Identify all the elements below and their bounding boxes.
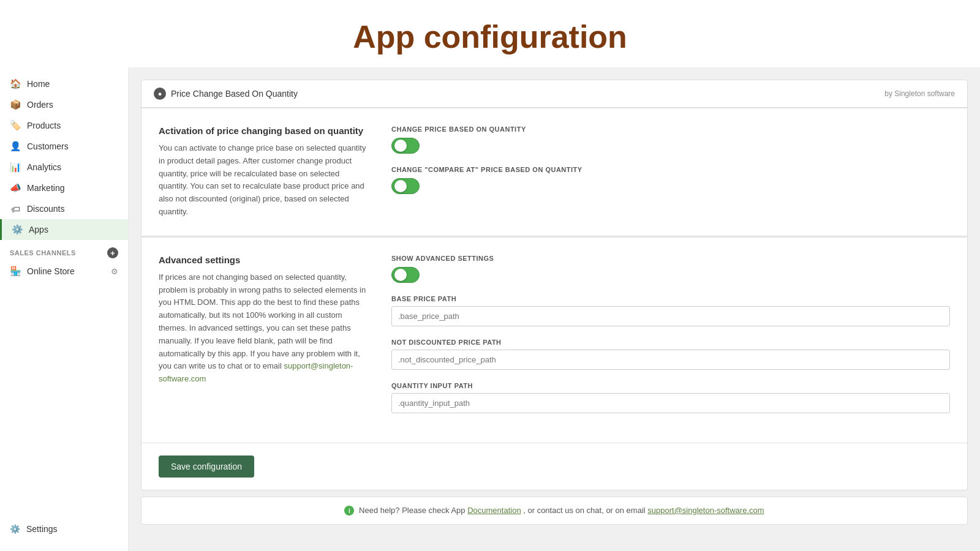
quantity-input-group: QUANTITY INPUT PATH: [391, 382, 950, 413]
activation-card: Activation of price changing based on qu…: [141, 108, 968, 236]
apps-icon: ⚙️: [12, 224, 23, 235]
not-discounted-input[interactable]: [391, 350, 950, 370]
sidebar-item-analytics[interactable]: 📊 Analytics: [0, 157, 128, 178]
sidebar-sales-channels: 🏪 Online Store ⚙: [0, 261, 128, 282]
advanced-heading: Advanced settings: [159, 255, 367, 265]
discounts-icon: 🏷: [10, 203, 21, 214]
page-header: App configuration: [0, 0, 980, 67]
base-price-label: BASE PRICE PATH: [391, 295, 950, 302]
footer-text-middle: , or contact us on chat, or on email: [523, 506, 645, 515]
sidebar-top: 🏠 Home 📦 Orders 🏷️ Products 👤 Customers …: [0, 73, 128, 282]
online-store-icon: 🏪: [10, 266, 21, 277]
advanced-description: If prices are not changing based on sele…: [159, 271, 367, 386]
activation-description: You can activate to change price base on…: [159, 142, 367, 219]
sales-channels-section: SALES CHANNELS +: [0, 240, 128, 261]
sidebar-item-products[interactable]: 🏷️ Products: [0, 115, 128, 136]
app-header-bar: ● Price Change Based On Quantity by Sing…: [141, 80, 968, 108]
sidebar-nav: 🏠 Home 📦 Orders 🏷️ Products 👤 Customers …: [0, 73, 128, 240]
advanced-card: Advanced settings If prices are not chan…: [141, 237, 968, 443]
sidebar: 🏠 Home 📦 Orders 🏷️ Products 👤 Customers …: [0, 67, 129, 551]
activation-card-inner: Activation of price changing based on qu…: [159, 126, 950, 219]
app-title-row: ● Price Change Based On Quantity: [154, 88, 298, 100]
not-discounted-label: NOT DISCOUNTED PRICE PATH: [391, 339, 950, 346]
app-by: by Singleton software: [884, 89, 955, 98]
info-icon: i: [344, 506, 354, 515]
quantity-input-field[interactable]: [391, 393, 950, 413]
toggle1-label: CHANGE PRICE BASED ON QUANTITY: [391, 126, 950, 133]
sidebar-item-products-label: Products: [27, 121, 61, 130]
sidebar-item-customers-label: Customers: [27, 141, 69, 151]
sidebar-item-settings[interactable]: ⚙️ Settings: [0, 519, 128, 539]
sidebar-item-apps-label: Apps: [29, 225, 48, 234]
toggle1-switch[interactable]: [391, 138, 420, 154]
advanced-right: SHOW ADVANCED SETTINGS BASE PRICE PATH N…: [391, 255, 950, 425]
main-layout: 🏠 Home 📦 Orders 🏷️ Products 👤 Customers …: [0, 67, 980, 551]
customers-icon: 👤: [10, 141, 21, 152]
sidebar-bottom-nav: ⚙️ Settings: [0, 519, 128, 539]
analytics-icon: 📊: [10, 162, 21, 173]
page-title: App configuration: [0, 18, 980, 55]
show-advanced-switch[interactable]: [391, 267, 420, 283]
add-sales-channel-icon[interactable]: +: [107, 247, 118, 258]
quantity-input-label: QUANTITY INPUT PATH: [391, 382, 950, 389]
sidebar-item-online-store[interactable]: 🏪 Online Store ⚙: [0, 261, 128, 282]
footer-bar: i Need help? Please check App Documentat…: [141, 497, 968, 525]
app-name: Price Change Based On Quantity: [171, 89, 298, 99]
base-price-input[interactable]: [391, 306, 950, 326]
marketing-icon: 📣: [10, 182, 21, 193]
sidebar-item-settings-label: Settings: [26, 524, 58, 534]
activation-heading: Activation of price changing based on qu…: [159, 126, 367, 136]
not-discounted-group: NOT DISCOUNTED PRICE PATH: [391, 339, 950, 370]
base-price-group: BASE PRICE PATH: [391, 295, 950, 326]
advanced-left: Advanced settings If prices are not chan…: [159, 255, 367, 425]
sidebar-item-marketing[interactable]: 📣 Marketing: [0, 178, 128, 198]
sidebar-item-discounts-label: Discounts: [27, 204, 64, 214]
save-configuration-button[interactable]: Save configuration: [159, 455, 254, 478]
footer-text-before: Need help? Please check App: [359, 506, 465, 515]
home-icon: 🏠: [10, 78, 21, 89]
sidebar-item-customers[interactable]: 👤 Customers: [0, 136, 128, 157]
orders-icon: 📦: [10, 99, 21, 110]
footer-email-link[interactable]: support@singleton-software.com: [647, 506, 764, 515]
toggle2-switch[interactable]: [391, 178, 420, 194]
online-store-settings-icon[interactable]: ⚙: [111, 267, 118, 276]
toggle-group-2: CHANGE "COMPARE AT" PRICE BASED ON QUANT…: [391, 166, 950, 194]
sidebar-item-discounts[interactable]: 🏷 Discounts: [0, 198, 128, 219]
sidebar-item-home[interactable]: 🏠 Home: [0, 73, 128, 94]
toggle-group-1: CHANGE PRICE BASED ON QUANTITY: [391, 126, 950, 154]
show-advanced-label: SHOW ADVANCED SETTINGS: [391, 255, 950, 262]
activation-right: CHANGE PRICE BASED ON QUANTITY CHANGE "C…: [391, 126, 950, 219]
sidebar-item-marketing-label: Marketing: [27, 183, 64, 193]
products-icon: 🏷️: [10, 120, 21, 131]
toggle2-label: CHANGE "COMPARE AT" PRICE BASED ON QUANT…: [391, 166, 950, 173]
settings-icon: ⚙️: [10, 524, 20, 534]
sidebar-item-orders[interactable]: 📦 Orders: [0, 94, 128, 115]
save-section: Save configuration: [141, 443, 968, 490]
app-icon: ●: [154, 88, 166, 100]
doc-link[interactable]: Documentation: [467, 506, 521, 515]
sales-channels-label: SALES CHANNELS: [10, 249, 76, 257]
content-area: ● Price Change Based On Quantity by Sing…: [129, 67, 980, 551]
advanced-card-inner: Advanced settings If prices are not chan…: [159, 255, 950, 425]
sidebar-item-analytics-label: Analytics: [27, 162, 61, 172]
show-advanced-toggle-group: SHOW ADVANCED SETTINGS: [391, 255, 950, 283]
sidebar-item-apps[interactable]: ⚙️ Apps: [0, 219, 128, 240]
sidebar-bottom: ⚙️ Settings: [0, 513, 128, 545]
activation-left: Activation of price changing based on qu…: [159, 126, 367, 219]
sidebar-item-orders-label: Orders: [27, 100, 53, 110]
sidebar-item-online-store-label: Online Store: [27, 266, 75, 276]
sidebar-item-home-label: Home: [27, 79, 50, 89]
